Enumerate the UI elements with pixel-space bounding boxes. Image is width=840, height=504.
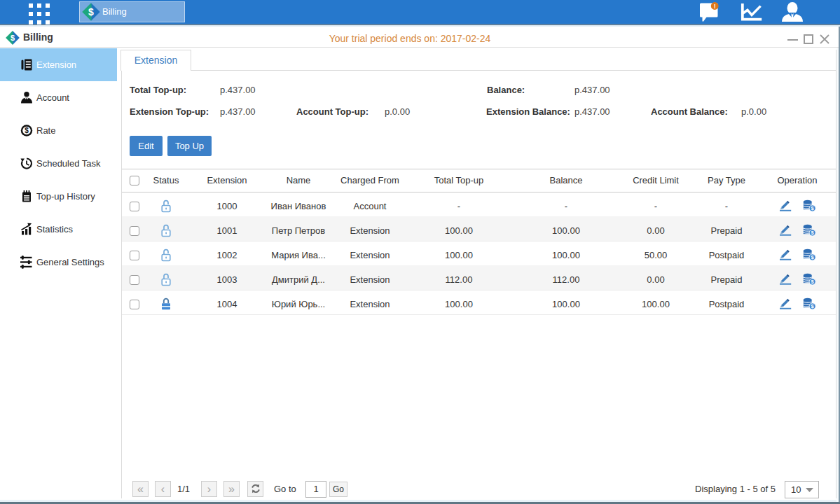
svg-text:!: ! xyxy=(714,3,716,10)
svg-text:$: $ xyxy=(25,127,29,134)
